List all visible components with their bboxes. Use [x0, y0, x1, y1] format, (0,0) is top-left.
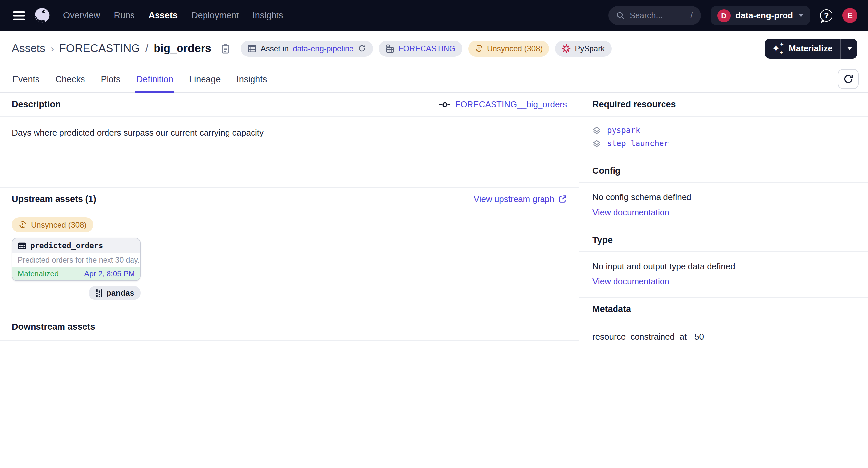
pandas-icon	[95, 289, 102, 297]
materialize-dropdown-button[interactable]	[840, 38, 858, 58]
upstream-badge-label: Unsynced (308)	[31, 220, 87, 229]
status-badge: Materialized	[18, 270, 59, 278]
compute-kind-label: pandas	[106, 288, 134, 297]
resource-row: step_launcher	[592, 139, 855, 148]
table-icon	[18, 241, 26, 250]
upstream-asset-node[interactable]: predicted_orders Predicted orders for th…	[12, 238, 141, 281]
reload-icon[interactable]	[358, 44, 366, 53]
description-body: Days where predicted orders surpass our …	[0, 117, 579, 187]
asset-tags: Asset in data-eng-pipeline FORECASTING U…	[241, 40, 611, 56]
metadata-key: resource_constrained_at	[592, 332, 694, 342]
group-link[interactable]: FORECASTING	[399, 44, 455, 53]
materialize-button[interactable]: ✦✦✦ Materialize	[765, 38, 840, 58]
config-body: No config schema defined View documentat…	[579, 183, 868, 228]
dagster-logo-icon[interactable]	[33, 6, 51, 25]
breadcrumb: Assets › FORECASTING / big_orders	[12, 42, 230, 55]
asset-node-header: predicted_orders	[12, 238, 140, 254]
tab-events[interactable]: Events	[12, 66, 40, 92]
upstream-title: Upstream assets (1)	[12, 194, 96, 204]
materialize-label: Materialize	[789, 43, 833, 53]
sparkle-icon: ✦✦✦	[772, 43, 783, 54]
metadata-header: Metadata	[579, 297, 868, 321]
top-nav-right: Search... / D data-eng-prod E	[608, 6, 858, 25]
upstream-unsynced-badge[interactable]: Unsynced (308)	[12, 217, 93, 232]
asset-node-status: Materialized Apr 2, 8:05 PM	[12, 267, 140, 281]
pyspark-label: PySpark	[575, 44, 605, 53]
op-graph-icon	[439, 101, 451, 108]
description-title: Description	[12, 99, 61, 109]
materialize-split-button: ✦✦✦ Materialize	[765, 38, 858, 58]
nav-item-deployment[interactable]: Deployment	[191, 10, 239, 21]
resource-link-pyspark[interactable]: pyspark	[607, 126, 640, 135]
upstream-header: Upstream assets (1) View upstream graph	[0, 187, 579, 211]
materialization-timestamp[interactable]: Apr 2, 8:05 PM	[85, 270, 135, 278]
required-resources-body: pyspark step_launcher	[579, 117, 868, 159]
resource-link-step-launcher[interactable]: step_launcher	[607, 139, 669, 148]
search-input[interactable]: Search... /	[608, 6, 701, 25]
type-header: Type	[579, 228, 868, 252]
config-view-documentation-link[interactable]: View documentation	[592, 207, 670, 217]
nav-item-assets[interactable]: Assets	[149, 10, 178, 21]
downstream-header: Downstream assets	[0, 313, 579, 341]
deployment-badge: D	[717, 9, 730, 22]
definition-content: Description FORECASTING__big_orders Days…	[0, 93, 868, 468]
view-upstream-graph-link[interactable]: View upstream graph	[474, 194, 567, 204]
metadata-body: resource_constrained_at 50	[579, 321, 868, 352]
chevron-down-icon	[798, 14, 804, 17]
help-icon[interactable]	[820, 9, 833, 22]
main-column: Description FORECASTING__big_orders Days…	[0, 93, 579, 468]
deployment-selector[interactable]: D data-eng-prod	[711, 6, 810, 25]
tag-unsynced[interactable]: Unsynced (308)	[468, 40, 549, 56]
view-upstream-graph-label: View upstream graph	[474, 194, 554, 204]
config-message: No config schema defined	[592, 192, 855, 202]
pyspark-icon	[562, 44, 571, 53]
tab-plots[interactable]: Plots	[100, 66, 121, 92]
required-resources-title: Required resources	[592, 99, 676, 109]
search-placeholder: Search...	[630, 11, 662, 20]
hamburger-icon[interactable]	[10, 7, 28, 24]
top-nav: Overview Runs Assets Deployment Insights…	[0, 0, 868, 31]
resource-layers-icon	[592, 126, 601, 135]
tag-group-forecasting[interactable]: FORECASTING	[379, 40, 462, 56]
sync-alert-icon	[474, 44, 483, 53]
required-resources-header: Required resources	[579, 93, 868, 117]
breadcrumb-group: FORECASTING	[59, 42, 140, 55]
chevron-down-icon	[847, 47, 852, 50]
nav-item-overview[interactable]: Overview	[63, 10, 100, 21]
asset-node-name: predicted_orders	[30, 241, 103, 250]
config-header: Config	[579, 159, 868, 183]
tab-lineage[interactable]: Lineage	[188, 66, 221, 92]
compute-kind-tag-pandas[interactable]: pandas	[89, 286, 141, 300]
breadcrumb-assets-link[interactable]: Assets	[12, 42, 45, 55]
job-link[interactable]: FORECASTING__big_orders	[439, 99, 567, 109]
type-body: No input and output type data defined Vi…	[579, 252, 868, 297]
copy-icon[interactable]	[221, 43, 230, 54]
pipeline-link[interactable]: data-eng-pipeline	[292, 44, 354, 53]
config-title: Config	[592, 166, 621, 176]
nav-item-runs[interactable]: Runs	[114, 10, 135, 21]
upstream-content: Unsynced (308) predicted_orders Predicte…	[0, 211, 579, 313]
tab-insights[interactable]: Insights	[236, 66, 268, 92]
asset-node-description: Predicted orders for the next 30 day...	[12, 254, 140, 267]
refresh-button[interactable]	[838, 69, 859, 89]
dagster-app: Overview Runs Assets Deployment Insights…	[0, 0, 868, 468]
type-view-documentation-link[interactable]: View documentation	[592, 276, 670, 286]
breadcrumb-chevron: ›	[51, 43, 54, 54]
page-title: big_orders	[154, 42, 211, 55]
description-header: Description FORECASTING__big_orders	[0, 93, 579, 117]
page-header: Assets › FORECASTING / big_orders Asset …	[0, 31, 868, 66]
table-icon	[248, 44, 257, 53]
resource-layers-icon	[592, 139, 601, 148]
search-icon	[616, 11, 624, 20]
nav-item-insights[interactable]: Insights	[252, 10, 283, 21]
tab-definition[interactable]: Definition	[136, 66, 174, 92]
tag-pyspark[interactable]: PySpark	[555, 40, 612, 56]
metadata-value: 50	[694, 332, 704, 342]
sync-alert-icon	[19, 221, 27, 229]
external-link-icon	[558, 195, 567, 203]
tab-checks[interactable]: Checks	[55, 66, 86, 92]
downstream-title: Downstream assets	[12, 322, 95, 332]
user-avatar[interactable]: E	[842, 8, 858, 23]
tag-asset-in-pipeline[interactable]: Asset in data-eng-pipeline	[241, 40, 373, 56]
asset-group-icon	[385, 44, 395, 53]
